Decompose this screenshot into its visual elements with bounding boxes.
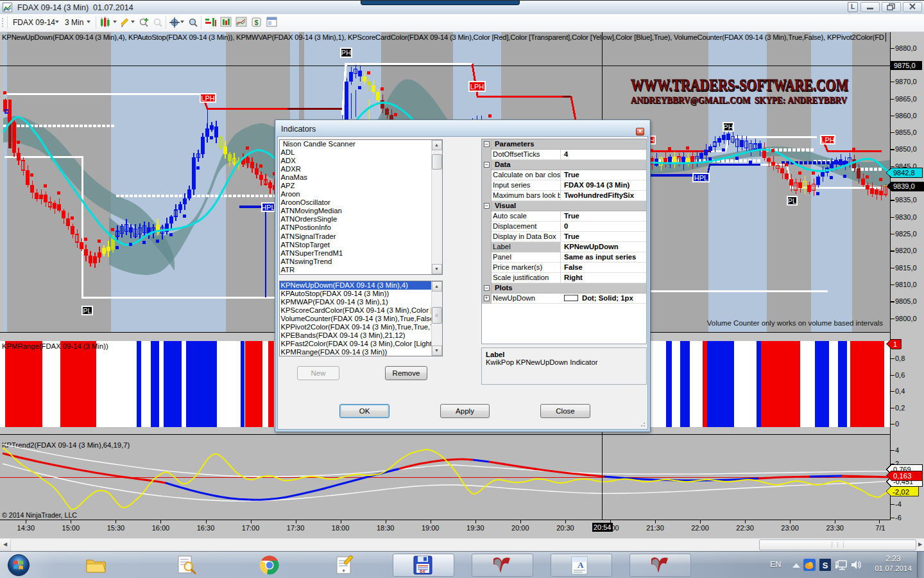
- svg-text:9830,0: 9830,0: [895, 213, 917, 221]
- svg-text:9842,8: 9842,8: [893, 169, 915, 177]
- svg-text:21:30: 21:30: [646, 524, 664, 532]
- svg-text:1: 1: [893, 340, 897, 348]
- svg-text:-4: -4: [895, 500, 902, 508]
- svg-text:S: S: [823, 561, 828, 570]
- svg-text:LPH: LPH: [470, 83, 484, 91]
- svg-text:4: 4: [895, 446, 899, 454]
- svg-text:PL: PL: [83, 307, 91, 315]
- svg-text:0,8: 0,8: [895, 355, 905, 362]
- svg-text:15:30: 15:30: [107, 524, 125, 532]
- svg-text:14:30: 14:30: [17, 524, 35, 532]
- svg-text:9855,0: 9855,0: [895, 128, 917, 136]
- svg-text:PH: PH: [341, 49, 351, 57]
- svg-text:19:00: 19:00: [422, 524, 440, 532]
- svg-text:9865,0: 9865,0: [895, 95, 917, 103]
- svg-text:16:30: 16:30: [197, 524, 215, 532]
- svg-text:17:00: 17:00: [242, 524, 260, 532]
- svg-text:23:00: 23:00: [781, 524, 799, 532]
- svg-text:WWW.TRADERS-SOFTWARE.COM: WWW.TRADERS-SOFTWARE.COM: [631, 76, 848, 94]
- svg-text:23:30: 23:30: [826, 524, 844, 532]
- svg-text:0,163: 0,163: [893, 472, 912, 480]
- svg-text:20:54: 20:54: [594, 523, 612, 531]
- svg-text:LPH: LPH: [201, 94, 214, 102]
- svg-text:15:00: 15:00: [62, 524, 80, 532]
- svg-text:64': 64': [420, 569, 426, 574]
- svg-text:9820,0: 9820,0: [895, 247, 917, 254]
- svg-text:© 2014 NinjaTrader, LLC: © 2014 NinjaTrader, LLC: [2, 511, 77, 519]
- svg-text:9805,0: 9805,0: [895, 297, 917, 305]
- svg-text:9870,0: 9870,0: [895, 78, 917, 85]
- svg-text:22:30: 22:30: [736, 524, 754, 532]
- svg-text:9880,0: 9880,0: [895, 44, 917, 52]
- svg-text:PL: PL: [788, 197, 796, 205]
- svg-text:9850,0: 9850,0: [895, 145, 917, 153]
- svg-text:0,2: 0,2: [895, 404, 905, 412]
- svg-text:9860,0: 9860,0: [895, 112, 917, 119]
- svg-text:0,4: 0,4: [895, 387, 905, 395]
- svg-text:LPH: LPH: [821, 136, 834, 144]
- svg-text:HPL: HPL: [261, 204, 275, 211]
- svg-text:16:00: 16:00: [152, 524, 170, 532]
- svg-text:18:00: 18:00: [332, 524, 350, 532]
- svg-text:22:00: 22:00: [691, 524, 709, 532]
- svg-text:-2,02: -2,02: [893, 488, 909, 496]
- svg-text:9875,0: 9875,0: [894, 62, 916, 69]
- svg-text:0: 0: [895, 420, 899, 428]
- svg-text:7/1: 7/1: [875, 524, 885, 532]
- svg-text:A: A: [578, 560, 584, 570]
- svg-text:9810,0: 9810,0: [895, 281, 917, 288]
- svg-text:KPMRange(FDAX 09-14 (3 Min)): KPMRange(FDAX 09-14 (3 Min)): [2, 342, 108, 350]
- svg-text:9825,0: 9825,0: [895, 230, 917, 238]
- svg-text:9800,0: 9800,0: [895, 315, 917, 322]
- svg-text:19:30: 19:30: [466, 524, 484, 532]
- svg-text:17:30: 17:30: [287, 524, 305, 532]
- svg-text:PH: PH: [723, 123, 733, 131]
- svg-text:9839,0: 9839,0: [893, 182, 915, 190]
- svg-text:0,6: 0,6: [895, 371, 905, 379]
- svg-text:HPL: HPL: [694, 174, 708, 182]
- svg-text:20:30: 20:30: [556, 524, 574, 532]
- svg-text:KPNewUpDown(FDAX 09-14 (3 Min): KPNewUpDown(FDAX 09-14 (3 Min),4), KPAut…: [2, 33, 884, 41]
- svg-text:ANDREYBBRV@GMAIL.COM SKYPE: A: ANDREYBBRV@GMAIL.COM SKYPE: ANDREYBBRV: [631, 95, 847, 105]
- svg-text:9815,0: 9815,0: [895, 264, 917, 272]
- svg-text:9835,0: 9835,0: [895, 196, 917, 204]
- svg-text:20:00: 20:00: [511, 524, 529, 532]
- svg-text:Volume Counter only works on v: Volume Counter only works on volume base…: [707, 319, 883, 327]
- svg-text:18:30: 18:30: [377, 524, 395, 532]
- svg-text:-6: -6: [895, 514, 902, 521]
- svg-text:$: $: [254, 19, 258, 26]
